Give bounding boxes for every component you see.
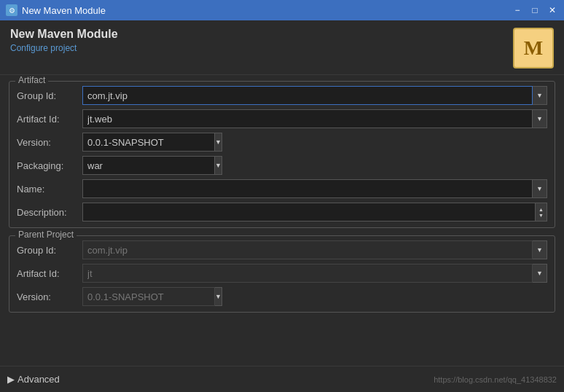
packaging-input[interactable] [82, 156, 215, 175]
parent-project-legend: Parent Project [15, 230, 77, 240]
parent-artifact-id-control: ▼ [82, 264, 547, 283]
packaging-control: ▼ [82, 156, 214, 175]
artifact-id-label: Artifact Id: [17, 114, 82, 125]
description-control: ▲ ▼ [82, 203, 547, 222]
parent-version-dropdown-button[interactable]: ▼ [215, 287, 222, 306]
parent-version-control: ▼ [82, 287, 214, 306]
name-row: Name: ▼ [17, 179, 547, 198]
artifact-section: Artifact Group Id: ▼ Artifact Id: ▼ Vers… [9, 81, 555, 228]
group-id-control: ▼ [82, 86, 547, 105]
description-label: Description: [17, 207, 82, 218]
packaging-row: Packaging: ▼ [17, 156, 547, 175]
title-bar-left: ⚙ New Maven Module [6, 4, 106, 16]
name-dropdown-button[interactable]: ▼ [533, 179, 547, 198]
minimize-button[interactable]: − [512, 4, 523, 16]
parent-artifact-id-dropdown-button[interactable]: ▼ [533, 264, 547, 283]
footer-url: https://blog.csdn.net/qq_41348832 [434, 375, 557, 384]
parent-group-id-dropdown-button[interactable]: ▼ [533, 240, 547, 259]
artifact-id-dropdown-button[interactable]: ▼ [533, 109, 547, 128]
title-bar-title: New Maven Module [22, 5, 106, 16]
name-label: Name: [17, 184, 82, 195]
app-icon: ⚙ [6, 4, 17, 16]
group-id-dropdown-button[interactable]: ▼ [533, 86, 547, 105]
dialog-content: Artifact Group Id: ▼ Artifact Id: ▼ Vers… [0, 75, 564, 368]
artifact-id-input[interactable] [82, 109, 533, 128]
parent-artifact-id-row: Artifact Id: ▼ [17, 264, 547, 283]
version-control: ▼ [82, 133, 214, 152]
parent-artifact-id-label: Artifact Id: [17, 268, 82, 279]
parent-version-input[interactable] [82, 287, 215, 306]
artifact-id-control: ▼ [82, 109, 547, 128]
artifact-legend: Artifact [15, 75, 48, 85]
advanced-section[interactable]: ▶ Advanced [7, 374, 60, 385]
version-dropdown-button[interactable]: ▼ [215, 133, 222, 152]
description-spinner[interactable]: ▲ ▼ [536, 203, 547, 222]
parent-artifact-id-input[interactable] [82, 264, 533, 283]
description-row: Description: ▲ ▼ [17, 203, 547, 222]
bottom-bar: ▶ Advanced https://blog.csdn.net/qq_4134… [0, 366, 564, 392]
group-id-label: Group Id: [17, 90, 82, 101]
parent-project-section: Parent Project Group Id: ▼ Artifact Id: … [9, 235, 555, 313]
packaging-dropdown-button[interactable]: ▼ [215, 156, 222, 175]
parent-group-id-label: Group Id: [17, 245, 82, 256]
advanced-chevron-icon: ▶ [7, 374, 15, 385]
group-id-input[interactable] [82, 86, 533, 105]
advanced-label: Advanced [17, 374, 60, 385]
description-input[interactable] [82, 203, 536, 222]
parent-group-id-row: Group Id: ▼ [17, 240, 547, 259]
version-row: Version: ▼ [17, 133, 547, 152]
dialog-header: New Maven Module Configure project M [0, 20, 564, 75]
maven-logo: M [513, 28, 554, 68]
close-button[interactable]: ✕ [547, 4, 558, 16]
dialog-title: New Maven Module [10, 28, 118, 41]
artifact-id-row: Artifact Id: ▼ [17, 109, 547, 128]
parent-version-row: Version: ▼ [17, 287, 547, 306]
name-input[interactable] [82, 179, 533, 198]
parent-version-label: Version: [17, 291, 82, 302]
title-bar: ⚙ New Maven Module − □ ✕ [0, 0, 564, 20]
parent-group-id-control: ▼ [82, 240, 547, 259]
parent-group-id-input[interactable] [82, 240, 533, 259]
maximize-button[interactable]: □ [529, 4, 541, 16]
dialog-subtitle: Configure project [10, 43, 118, 53]
version-label: Version: [17, 137, 82, 148]
title-bar-controls: − □ ✕ [512, 4, 558, 16]
header-text: New Maven Module Configure project [10, 28, 118, 53]
group-id-row: Group Id: ▼ [17, 86, 547, 105]
packaging-label: Packaging: [17, 160, 82, 171]
name-control: ▼ [82, 179, 547, 198]
version-input[interactable] [82, 133, 215, 152]
